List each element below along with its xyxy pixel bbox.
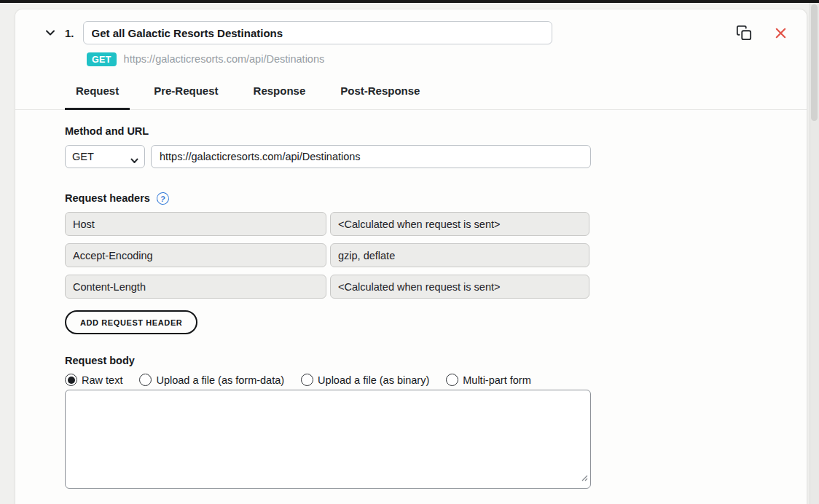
header-name-input[interactable]	[65, 212, 326, 236]
step-actions	[734, 23, 789, 42]
step-header: 1. GET https://galacticresorts.com/api/D…	[15, 9, 807, 110]
copy-icon[interactable]	[734, 23, 753, 42]
request-tab-content: Method and URL GET Request headers ?	[15, 110, 807, 489]
request-body-label: Request body	[65, 354, 807, 367]
step-url-text: https://galacticresorts.com/api/Destinat…	[124, 53, 325, 65]
chevron-down-icon[interactable]	[44, 27, 56, 39]
delete-x-icon[interactable]	[772, 25, 789, 42]
step-title-row: 1.	[44, 21, 789, 44]
radio-button-icon[interactable]	[446, 374, 458, 386]
step-number: 1.	[65, 27, 74, 39]
request-headers-label-row: Request headers ?	[65, 192, 807, 205]
request-body-type-options: Raw text Upload a file (as form-data) Up…	[65, 374, 807, 386]
header-value-input[interactable]	[330, 275, 589, 299]
header-name-input[interactable]	[65, 243, 326, 267]
method-url-row: GET	[65, 145, 807, 168]
radio-upload-form-data[interactable]: Upload a file (as form-data)	[139, 374, 284, 386]
radio-button-icon[interactable]	[139, 374, 152, 386]
scrollbar-track[interactable]	[810, 3, 819, 504]
radio-multi-part-form[interactable]: Multi-part form	[446, 374, 530, 386]
question-circle-icon[interactable]: ?	[156, 191, 170, 205]
radio-raw-text[interactable]: Raw text	[65, 374, 122, 386]
tab-request[interactable]: Request	[65, 84, 130, 110]
step-url-row: GET https://galacticresorts.com/api/Dest…	[87, 50, 789, 68]
header-value-input[interactable]	[330, 212, 589, 236]
method-and-url-label: Method and URL	[65, 125, 807, 138]
radio-upload-binary[interactable]: Upload a file (as binary)	[301, 374, 429, 386]
tab-pre-request[interactable]: Pre-Request	[143, 84, 229, 110]
add-request-header-button[interactable]: ADD REQUEST HEADER	[65, 310, 197, 334]
scrollbar-thumb[interactable]	[811, 4, 818, 121]
header-row	[65, 243, 807, 267]
tab-post-response[interactable]: Post-Response	[329, 84, 431, 110]
transaction-step-card: 1. GET https://galacticresorts.com/api/D…	[15, 9, 807, 504]
request-url-input[interactable]	[151, 145, 591, 168]
method-select[interactable]: GET	[65, 145, 145, 168]
step-tabs: Request Pre-Request Response Post-Respon…	[65, 84, 789, 109]
step-title-input[interactable]	[83, 21, 552, 44]
request-body-area	[65, 390, 591, 489]
request-headers-label: Request headers	[65, 192, 150, 205]
radio-button-icon[interactable]	[65, 374, 77, 386]
tab-response[interactable]: Response	[243, 84, 317, 110]
header-row	[65, 212, 807, 236]
method-select-wrap: GET	[65, 145, 145, 168]
header-name-input[interactable]	[65, 275, 326, 299]
header-value-input[interactable]	[330, 243, 589, 267]
top-border-bar	[0, 0, 819, 3]
method-badge: GET	[87, 52, 117, 66]
request-body-textarea[interactable]	[65, 390, 591, 489]
radio-button-icon[interactable]	[301, 374, 313, 386]
header-row	[65, 275, 807, 299]
